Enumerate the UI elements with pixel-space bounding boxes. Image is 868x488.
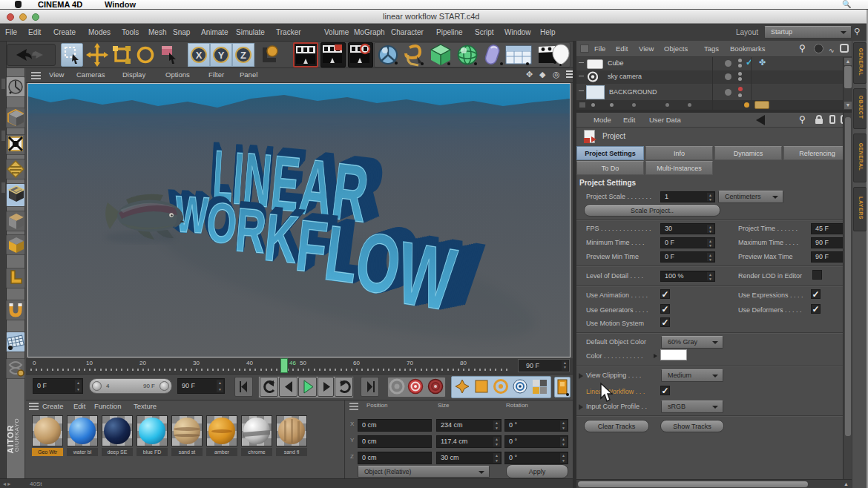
svg-text:X: X bbox=[196, 50, 203, 61]
svg-text:Y: Y bbox=[218, 50, 225, 61]
svg-text:Z: Z bbox=[240, 50, 246, 61]
svg-text:O: O bbox=[205, 191, 239, 256]
